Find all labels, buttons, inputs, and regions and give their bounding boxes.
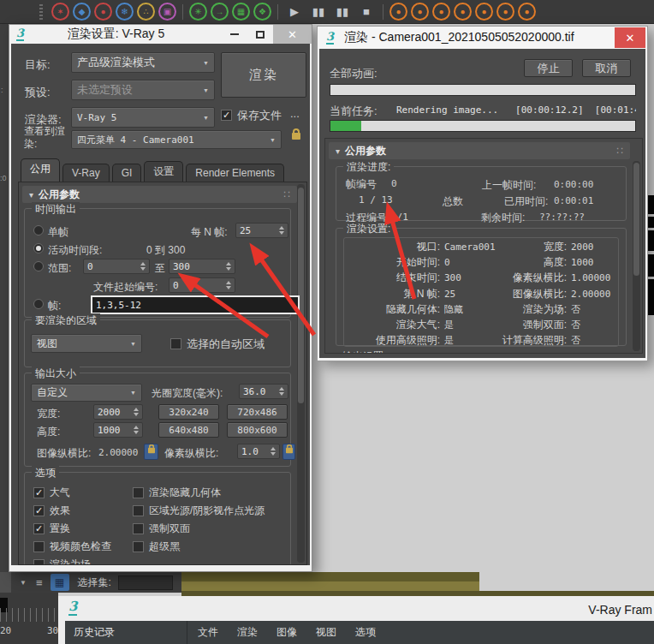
range-radio[interactable]: [33, 261, 44, 271]
stop-icon[interactable]: ■: [356, 3, 377, 21]
render-teapot-icon[interactable]: ●: [432, 3, 450, 21]
option-atmospherics[interactable]: 大气: [33, 486, 111, 499]
option-super-black[interactable]: 超级黑: [133, 540, 265, 553]
tab-gi[interactable]: GI: [112, 164, 142, 182]
option-area-lights-as-points[interactable]: 区域光源/阴影视作点光源: [133, 504, 265, 517]
pixel-aspect-spinner[interactable]: 1.0: [237, 444, 280, 459]
tab-common[interactable]: 公用: [21, 158, 60, 182]
active-segment-radio[interactable]: [33, 243, 44, 253]
lock-view-toggle[interactable]: [288, 129, 304, 148]
selection-set-dropdown[interactable]: [118, 575, 173, 590]
space-warp-icon[interactable]: ✳: [189, 3, 207, 21]
menu-options[interactable]: 选项: [355, 625, 376, 640]
close-button[interactable]: ✕: [273, 25, 312, 44]
aperture-spinner[interactable]: 36.0: [239, 384, 288, 399]
toolbar-drag-handle[interactable]: [39, 4, 43, 20]
render-button[interactable]: 渲染: [221, 52, 306, 98]
layers-icon[interactable]: ≡: [36, 576, 43, 589]
tab-settings[interactable]: 设置: [144, 161, 183, 182]
named-selection-sets-icon[interactable]: ▦: [51, 574, 69, 591]
deflectors-icon[interactable]: ◆: [73, 3, 91, 21]
stop-button[interactable]: 停止: [524, 59, 573, 77]
render-teapot-icon[interactable]: ●: [496, 3, 514, 21]
vfb-history-tab[interactable]: 历史记录: [74, 625, 115, 640]
rollout-header-common-parameters[interactable]: 公用参数: [22, 186, 297, 203]
output-size-mode-dropdown[interactable]: 自定义: [31, 384, 142, 402]
option-displacement[interactable]: 置换: [33, 522, 111, 535]
frames-input[interactable]: 1,3,5-12: [91, 295, 300, 314]
spinner-arrows[interactable]: [137, 262, 146, 271]
rollout-header-common-parameters[interactable]: 公用参数: [329, 142, 630, 159]
chevron-down-icon[interactable]: ▼: [20, 579, 27, 587]
tab-render-elements[interactable]: Render Elements: [186, 164, 284, 182]
toolbar-separator[interactable]: [383, 4, 383, 20]
toolbar-separator[interactable]: [277, 4, 278, 20]
preset-640x480[interactable]: 640x480: [158, 422, 219, 438]
spinner-arrows[interactable]: [130, 408, 139, 416]
rollout-scrollbar[interactable]: [633, 161, 640, 351]
height-spinner[interactable]: 1000: [93, 422, 143, 438]
preset-dropdown[interactable]: 未选定预设: [71, 80, 215, 100]
timeline-ruler[interactable]: 20 30: [0, 593, 58, 644]
forces-icon[interactable]: ✶: [51, 3, 69, 21]
render-progress-titlebar[interactable]: 3 渲染 - Camera001_20210505052020000.tif ✕: [318, 27, 647, 49]
spinner-arrows[interactable]: [276, 387, 284, 396]
menu-image[interactable]: 图像: [276, 625, 297, 640]
bind-arrow-icon[interactable]: →: [211, 3, 229, 21]
area-mode-dropdown[interactable]: 视图: [31, 334, 142, 353]
menu-view[interactable]: 视图: [316, 625, 336, 640]
range-from-spinner[interactable]: 0: [83, 259, 150, 274]
frame-step-icon[interactable]: ▮▮: [332, 3, 353, 21]
option-video-color-check[interactable]: 视频颜色检查: [33, 540, 111, 553]
scrollbar-thumb[interactable]: [633, 163, 639, 276]
menu-file[interactable]: 文件: [198, 625, 218, 640]
width-spinner[interactable]: 2000: [93, 404, 143, 420]
spinner-arrows[interactable]: [267, 447, 276, 456]
option-effects[interactable]: 效果: [33, 504, 111, 517]
image-aspect-lock[interactable]: [144, 444, 158, 460]
toolbar-separator[interactable]: [182, 4, 183, 20]
spinner-arrows[interactable]: [223, 281, 231, 289]
render-teapot-icon[interactable]: ●: [518, 3, 536, 21]
browse-button[interactable]: ...: [290, 107, 300, 120]
tab-vray[interactable]: V-Ray: [62, 164, 110, 182]
maximize-button[interactable]: [247, 25, 273, 44]
preset-320x240[interactable]: 320x240: [158, 404, 219, 420]
render-teapot-icon[interactable]: ●: [454, 3, 472, 21]
view-to-render-dropdown[interactable]: 四元菜单 4 - Camera001: [71, 130, 282, 149]
option-render-hidden[interactable]: 渲染隐藏几何体: [133, 486, 265, 499]
target-dropdown[interactable]: 产品级渲染模式: [71, 52, 215, 73]
save-file-checkbox[interactable]: 保存文件: [221, 109, 282, 122]
uvw-grid-icon[interactable]: ▦: [232, 3, 250, 21]
auto-region-checkbox[interactable]: 选择的自动区域: [170, 337, 265, 350]
play-icon[interactable]: ▶: [284, 3, 305, 21]
pixel-aspect-lock[interactable]: [282, 444, 295, 460]
render-teapot-icon[interactable]: ●: [475, 3, 493, 21]
particles-icon[interactable]: ∴: [137, 3, 155, 21]
geometry-icon[interactable]: ▣: [158, 3, 176, 21]
cancel-button[interactable]: 取消: [582, 59, 631, 77]
spinner-arrows[interactable]: [130, 426, 139, 434]
spinner-arrows[interactable]: [276, 226, 284, 235]
every-n-spinner[interactable]: 25: [235, 223, 288, 238]
pause-icon[interactable]: ▮▮: [308, 3, 329, 21]
spinner-arrows[interactable]: [223, 262, 231, 271]
frames-radio[interactable]: [33, 299, 44, 309]
snow-effect-icon[interactable]: ❄: [116, 3, 134, 21]
render-teapot-icon[interactable]: ●: [411, 3, 429, 21]
minimize-button[interactable]: [222, 25, 247, 44]
range-to-spinner[interactable]: 300: [169, 259, 235, 274]
option-force-2-sided[interactable]: 强制双面: [133, 522, 265, 535]
render-setup-titlebar[interactable]: 3 渲染设置: V-Ray 5 ✕: [9, 25, 312, 44]
render-teapot-icon[interactable]: ●: [389, 3, 407, 21]
fire-effect-icon[interactable]: ●: [94, 3, 112, 21]
single-frame-radio[interactable]: [33, 225, 44, 236]
menu-render[interactable]: 渲染: [237, 625, 258, 640]
preset-800x600[interactable]: 800x600: [227, 422, 288, 438]
scatter-tree-icon[interactable]: ❖: [253, 3, 271, 21]
panel-scrollbar[interactable]: [297, 184, 305, 563]
close-button[interactable]: ✕: [615, 27, 645, 48]
file-start-spinner[interactable]: 0: [169, 277, 235, 293]
preset-720x486[interactable]: 720x486: [227, 404, 288, 420]
option-render-to-fields[interactable]: 渲染为场: [33, 558, 111, 565]
